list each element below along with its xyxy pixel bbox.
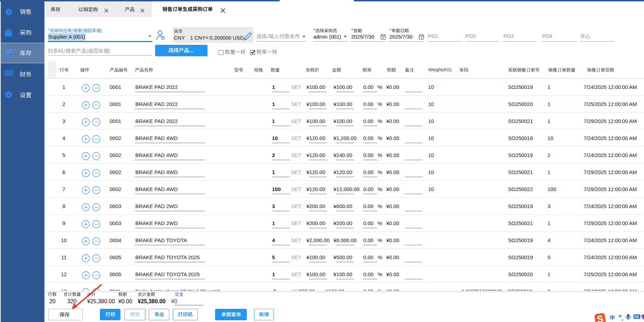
svg-text:100: 100 [7,72,11,74]
svg-text:,: , [621,315,623,322]
